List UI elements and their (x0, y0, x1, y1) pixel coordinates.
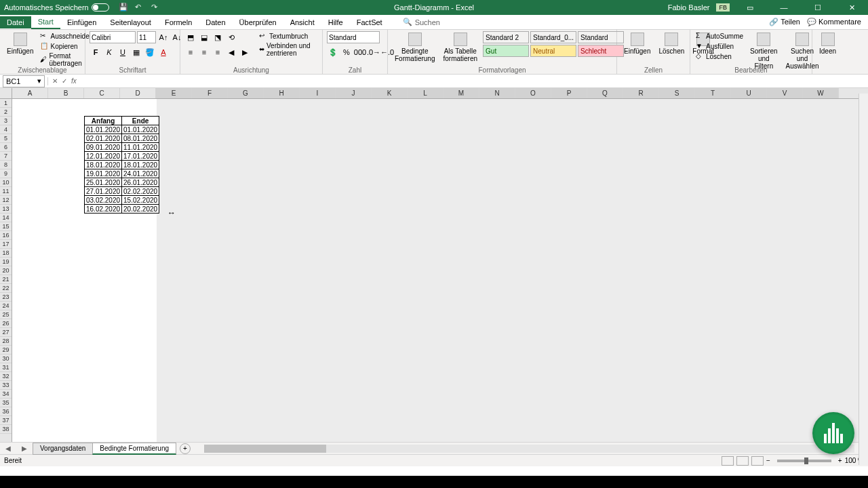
accept-formula-icon[interactable]: ✓ (62, 77, 67, 85)
conditional-format-button[interactable]: Bedingte Formatierung (392, 31, 437, 64)
row-header[interactable]: 23 (0, 293, 12, 302)
font-color-button[interactable]: A (157, 46, 170, 58)
share-button[interactable]: 🔗 Teilen (769, 18, 800, 26)
merge-center-button[interactable]: ⬌Verbinden und zentrieren (258, 41, 318, 58)
row-header[interactable]: 13 (0, 205, 12, 214)
view-pagebreak-icon[interactable] (751, 456, 764, 466)
row-header[interactable]: 35 (0, 399, 12, 407)
align-right-icon[interactable]: ≡ (212, 46, 224, 58)
row-header[interactable]: 25 (0, 310, 12, 319)
row-header[interactable]: 4 (0, 125, 12, 134)
zoom-slider[interactable] (777, 460, 831, 462)
fill-button[interactable]: ▼Ausfüllen (694, 41, 745, 51)
row-header[interactable]: 29 (0, 346, 12, 354)
save-icon[interactable]: 💾 (119, 3, 128, 12)
horizontal-scrollbar[interactable] (204, 445, 854, 453)
data-cell[interactable]: 16.02.2020 (85, 205, 122, 214)
column-header[interactable]: R (623, 88, 659, 98)
data-cell[interactable]: 15.02.2020 (122, 196, 159, 205)
view-normal-icon[interactable] (722, 456, 734, 466)
number-format-select[interactable] (327, 31, 380, 43)
align-top-icon[interactable]: ⬒ (184, 31, 197, 43)
align-center-icon[interactable]: ≡ (198, 46, 210, 58)
column-header[interactable]: S (659, 88, 695, 98)
data-cell[interactable]: 11.01.2020 (122, 143, 159, 152)
data-cell[interactable]: 08.01.2020 (122, 134, 159, 143)
row-header[interactable]: 3 (0, 117, 12, 125)
undo-icon[interactable]: ↶ (135, 3, 144, 12)
column-header[interactable]: O (515, 88, 551, 98)
vertical-scrollbar[interactable] (859, 94, 868, 465)
column-header[interactable]: D (120, 88, 156, 98)
column-header[interactable]: C (84, 88, 120, 98)
sheet-tab[interactable]: Vorgangsdaten (33, 443, 93, 455)
data-cell[interactable]: 01.01.2020 (122, 125, 159, 134)
row-header[interactable]: 19 (0, 258, 12, 266)
zoom-in-icon[interactable]: + (838, 457, 842, 464)
data-cell[interactable]: 01.01.2020 (85, 125, 122, 134)
fill-color-button[interactable]: 🪣 (144, 46, 156, 58)
currency-icon[interactable]: 💲 (327, 46, 339, 58)
border-button[interactable]: ▦ (130, 46, 142, 58)
zoom-out-icon[interactable]: − (766, 457, 770, 464)
column-header[interactable]: B (48, 88, 84, 98)
indent-inc-icon[interactable]: ▶ (239, 46, 251, 58)
row-header[interactable]: 1 (0, 99, 12, 108)
data-cell[interactable]: 25.01.2020 (85, 178, 122, 187)
tab-start[interactable]: Start (31, 16, 60, 29)
row-header[interactable]: 5 (0, 134, 12, 143)
ideas-button[interactable]: Ideen (816, 31, 839, 56)
name-box[interactable]: BC1▾ (3, 75, 45, 87)
insert-cells-button[interactable]: Einfügen (621, 31, 653, 56)
row-header[interactable]: 21 (0, 275, 12, 284)
column-header[interactable]: E (156, 88, 192, 98)
search-box[interactable]: 🔍 Suchen (403, 18, 440, 26)
cell-style-std0[interactable]: Standard_0... (530, 31, 576, 43)
row-header[interactable]: 7 (0, 152, 12, 161)
row-header[interactable]: 17 (0, 240, 12, 249)
column-header[interactable]: L (408, 88, 443, 98)
paste-button[interactable]: Einfügen (4, 31, 36, 56)
thousands-icon[interactable]: 000 (354, 46, 366, 58)
column-header[interactable]: H (264, 88, 300, 98)
align-left-icon[interactable]: ≡ (184, 46, 197, 58)
row-header[interactable]: 11 (0, 187, 12, 196)
sheet-nav-next-icon[interactable]: ▶ (16, 445, 33, 452)
row-header[interactable]: 10 (0, 178, 12, 187)
column-header[interactable]: T (695, 88, 731, 98)
view-layout-icon[interactable] (736, 456, 749, 466)
column-header[interactable]: G (228, 88, 264, 98)
maximize-icon[interactable]: ☐ (804, 0, 831, 15)
data-cell[interactable]: 17.01.2020 (122, 152, 159, 161)
cell-style-neutral[interactable]: Neutral (530, 45, 576, 57)
row-header[interactable]: 9 (0, 169, 12, 178)
row-header[interactable]: 32 (0, 372, 12, 381)
data-cell[interactable]: 12.01.2020 (85, 152, 122, 161)
data-cell[interactable]: 26.01.2020 (122, 178, 159, 187)
align-middle-icon[interactable]: ⬓ (198, 31, 210, 43)
row-header[interactable]: 33 (0, 381, 12, 390)
autosave-toggle[interactable]: Automatisches Speichern (0, 3, 113, 12)
toggle-switch-icon[interactable] (92, 3, 109, 12)
data-cell[interactable]: 19.01.2020 (85, 169, 122, 178)
indent-dec-icon[interactable]: ◀ (225, 46, 237, 58)
column-header[interactable]: M (443, 88, 479, 98)
align-bottom-icon[interactable]: ⬔ (212, 31, 224, 43)
tab-factset[interactable]: FactSet (350, 16, 389, 28)
row-header[interactable]: 37 (0, 416, 12, 425)
row-header[interactable]: 31 (0, 363, 12, 372)
select-all-corner[interactable] (0, 88, 12, 98)
cell-style-good[interactable]: Gut (483, 45, 529, 57)
tab-seitenlayout[interactable]: Seitenlayout (103, 16, 158, 28)
column-header[interactable]: K (372, 88, 408, 98)
cell-style-std2[interactable]: Standard 2 (483, 31, 529, 43)
column-header[interactable]: V (767, 88, 803, 98)
spreadsheet-grid[interactable]: ABCDEFGHIJKLMNOPQRSTUVW 1234567891011121… (0, 88, 868, 442)
column-header[interactable]: U (731, 88, 767, 98)
data-cell[interactable]: 02.01.2020 (85, 134, 122, 143)
data-cell[interactable]: 02.02.2020 (122, 187, 159, 196)
row-header[interactable]: 30 (0, 354, 12, 363)
tab-file[interactable]: Datei (0, 16, 31, 28)
sheet-tab[interactable]: Bedingte Formatierung (92, 443, 176, 455)
comments-button[interactable]: 💬 Kommentare (807, 18, 861, 26)
